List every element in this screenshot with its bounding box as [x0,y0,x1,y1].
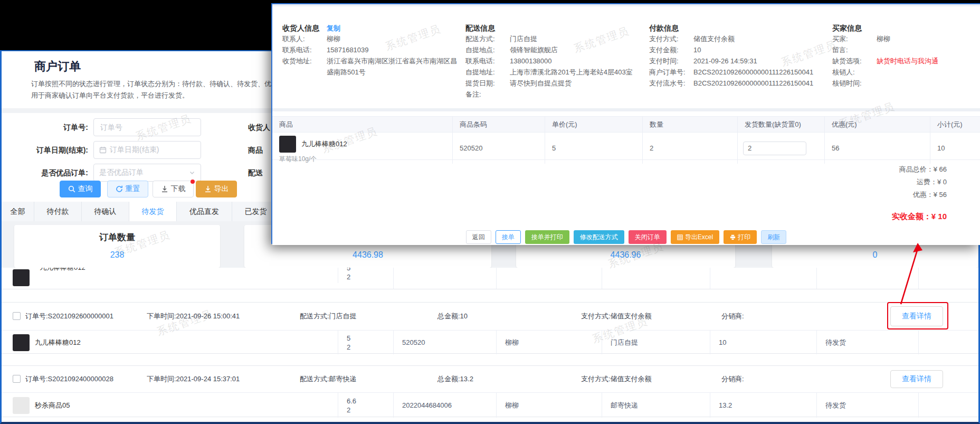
product-name: 秒杀商品05 [35,401,70,410]
product-filter-label-fragment: 商品 [248,141,263,159]
order-no-input[interactable] [99,123,195,132]
pickup-address-value: 上海市漕溪北路201号上海老站4层403室 [510,67,633,78]
notification-dot [191,180,195,184]
order-checkbox[interactable] [13,375,21,383]
close-order-button[interactable]: 关闭订单 [629,230,667,244]
stat-card-order-count: 订单数量 238 [14,225,220,268]
unit-price-clipped: 5 [347,268,350,272]
export-excel-button[interactable]: 导出Excel [671,230,719,244]
screen: 商户订单 订单按照不同的状态进行管理，订单状态分别为：待付款、待确认、待发货、优… [0,0,980,424]
receiver-section-title: 收货人信息 [282,24,319,33]
search-button-label: 查询 [78,184,93,194]
order-delivery-method: 配送方式:邮寄快递 [300,366,357,392]
reset-button[interactable]: 重置 [107,181,148,197]
buyer-label: 买家: [832,33,877,44]
receiver-info-section: 收货人信息 复制 联系人:柳柳 联系电话:15871681039 收货地址:浙江… [282,24,462,78]
col-discount: 优惠(元) [824,117,930,132]
accept-and-print-button[interactable]: 接单并打印 [525,230,569,244]
phone-value: 15871681039 [327,44,369,55]
tab-pending-shipment[interactable]: 待发货 [129,202,177,221]
tab-pending-payment[interactable]: 待付款 [34,202,82,221]
pay-serial-no-label: 支付流水号: [649,78,693,89]
pickup-point-value: 领锋智能旗舰店 [510,44,558,55]
order-checkbox[interactable] [13,312,21,320]
status-badge: 待发货 [816,331,918,354]
change-delivery-button[interactable]: 修改配送方式 [574,230,624,244]
detail-table-row: 九儿棒棒糖012 草莓味10g/个 520520 5 2 56 10 [272,133,980,160]
stockout-option-value: 缺货时电话与我沟通 [877,55,938,67]
calendar-icon [99,146,107,154]
view-detail-button[interactable]: 查看详情 [890,370,943,388]
amount: 10 [710,331,816,354]
stat-value: 4436.98 [244,250,491,260]
stockout-option-label: 缺货选项: [832,55,877,67]
annotation-arrow [895,242,947,305]
tab-all[interactable]: 全部 [2,202,34,221]
col-barcode: 商品条码 [452,117,545,132]
order-distributor: 分销商: [721,366,744,392]
detail-table-header: 商品 商品条码 单价(元) 数量 发货数量(缺货置0) 优惠(元) 小计(元) [272,116,980,133]
address-label: 收货地址: [282,55,327,78]
download-icon [161,185,168,193]
download-button-label: 下载 [171,184,186,194]
col-ship-quantity: 发货数量(缺货置0) [737,117,824,132]
clipped-product-row: 九儿棒棒糖012 5 2 [2,268,978,289]
delivery-filter-label-fragment: 配送 [248,164,263,182]
order-header: 订单号:S2021092600000001 下单时间:2021-09-26 15… [2,303,978,331]
refresh-button[interactable]: 刷新 [761,230,786,244]
buyer-value: 柳柳 [877,33,890,44]
pickup-point-label: 自提地点: [465,44,510,55]
shipping-fee-row: 运费：¥ 0 [917,177,947,187]
col-quantity: 数量 [642,117,737,132]
search-button[interactable]: 查询 [60,181,101,197]
store-phone-label: 联系电话: [465,55,510,67]
delivery-section-title: 配送信息 [465,24,495,33]
pay-method-value: 储值支付余额 [693,33,735,44]
export-excel-label: 导出Excel [685,233,713,242]
print-button[interactable]: 打印 [724,230,757,244]
export-button-label: 导出 [214,184,229,194]
buyer-info-section: 买家信息 买家:柳柳 留言: 缺货选项:缺货时电话与我沟通 核销人: 核销时间: [832,24,975,89]
premium-order-select[interactable]: 是否优品订单 [93,164,201,182]
store-phone-value: 13800138000 [510,55,552,67]
merchant-order-no-label: 商户订单号: [649,67,693,78]
printer-icon [730,234,736,240]
ship-quantity-input[interactable] [743,142,806,155]
verify-time-label: 核销时间: [832,78,877,89]
receiver-filter-label-fragment: 收货人 [248,118,270,136]
quantity: 2 [347,272,350,281]
chevron-down-icon [189,169,195,176]
order-group-1: 订单号:S2021092600000001 下单时间:2021-09-26 15… [2,302,978,354]
product-image [279,136,296,153]
contact-value: 柳柳 [327,33,340,44]
payment-info-section: 付款信息 支付方式:储值支付余额 支付金额:10 支付时间:2021-09-26… [649,24,829,89]
tab-premium-direct[interactable]: 优品直发 [177,202,232,221]
pickup-date-label: 提货日期: [465,78,510,89]
pay-serial-no-value: B2CS202109260000000111226150041 [693,78,813,89]
detail-table-card: 商品 商品条码 单价(元) 数量 发货数量(缺货置0) 优惠(元) 小计(元) … [272,111,980,245]
copy-link[interactable]: 复制 [327,24,340,33]
amount: 13.2 [710,393,816,418]
product-name: 九儿棒棒糖012 [35,338,81,347]
accept-order-button[interactable]: 接单 [496,230,521,244]
tab-pending-confirm[interactable]: 待确认 [82,202,129,221]
buyer-section-title: 买家信息 [832,24,862,33]
subtotal: 10 [930,133,980,164]
product-name-clipped: 九儿棒棒糖012 [40,268,85,272]
back-button[interactable]: 返回 [466,230,491,244]
order-no-label: 订单号: [2,118,88,136]
order-group-2: 订单号:S2021092400000028 下单时间:2021-09-24 15… [2,365,978,417]
delivery-method: 门店自提 [602,331,710,354]
stat-value: 4436.96 [516,250,735,260]
download-button[interactable]: 下载 [153,181,194,197]
grand-total: 实收金额：¥ 10 [892,212,947,222]
payment-section-title: 付款信息 [649,24,679,33]
order-total: 总金额:10 [437,303,468,330]
barcode: 520520 [393,331,496,354]
order-info-card: 收货人信息 复制 联系人:柳柳 联系电话:15871681039 收货地址:浙江… [272,6,980,108]
pay-time-value: 2021-09-26 14:59:31 [693,55,757,67]
order-date-end-input-wrap[interactable]: 订单日期(结束) [93,141,201,159]
phone-label: 联系电话: [282,44,327,55]
export-button[interactable]: 导出 [196,181,237,197]
message-label: 留言: [832,44,877,55]
